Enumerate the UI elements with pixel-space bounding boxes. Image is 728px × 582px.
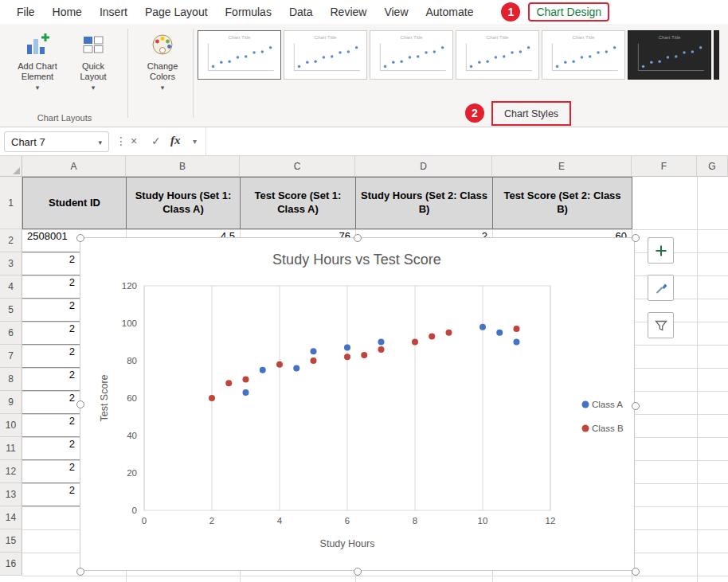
svg-text:Test Score: Test Score — [99, 374, 110, 421]
column-header-A[interactable]: A — [22, 156, 126, 177]
header-cell-B1: Study Hours (Set 1: Class A) — [126, 177, 241, 229]
row-header-3[interactable]: 3 — [0, 252, 22, 275]
excel-window: FileHomeInsertPage LayoutFormulasDataRev… — [0, 0, 728, 582]
svg-text:40: 40 — [127, 431, 137, 440]
row-header-4[interactable]: 4 — [0, 275, 22, 299]
chart-resize-handle-top-left[interactable] — [76, 234, 84, 242]
row-header-7[interactable]: 7 — [0, 345, 22, 368]
svg-text:60: 60 — [127, 393, 137, 403]
svg-text:120: 120 — [122, 281, 137, 291]
svg-text:8: 8 — [413, 516, 417, 525]
chart-filters-button[interactable] — [648, 312, 674, 338]
column-header-F[interactable]: F — [632, 156, 697, 177]
header-cell-A1: Student ID — [22, 177, 127, 229]
gridline-horizontal — [22, 576, 728, 576]
gridline-vertical — [697, 177, 698, 582]
header-cell-D1: Study Hours (Set 2: Class B) — [355, 177, 493, 229]
chart-elements-button[interactable] — [648, 237, 674, 264]
svg-text:Class A: Class A — [592, 400, 623, 409]
column-header-C[interactable]: C — [240, 156, 355, 177]
chart-resize-handle-top-mid[interactable] — [354, 234, 362, 242]
row-header-13[interactable]: 13 — [0, 483, 22, 506]
chart-resize-handle-bottom-left[interactable] — [76, 568, 84, 576]
svg-text:6: 6 — [345, 516, 350, 525]
row-header-10[interactable]: 10 — [0, 414, 22, 437]
svg-text:0: 0 — [142, 516, 147, 525]
chart-resize-handle-mid-left[interactable] — [76, 400, 84, 408]
row-header-5[interactable]: 5 — [0, 299, 22, 322]
svg-text:12: 12 — [546, 516, 556, 525]
chart-resize-handle-bottom-mid[interactable] — [354, 568, 362, 576]
brush-icon — [654, 281, 668, 295]
svg-text:2: 2 — [209, 516, 214, 525]
scatter-plot: 024681012020406080100120Study Hours vs T… — [80, 238, 636, 572]
header-cell-C1: Test Score (Set 1: Class A) — [240, 177, 356, 229]
column-header-D[interactable]: D — [355, 156, 492, 177]
row-header-11[interactable]: 11 — [0, 437, 22, 460]
funnel-icon — [654, 318, 668, 333]
column-header-E[interactable]: E — [492, 156, 632, 177]
svg-text:4: 4 — [277, 516, 283, 525]
cell-A13: 2 — [22, 483, 80, 506]
cell-A7: 2 — [22, 345, 80, 368]
row-header-8[interactable]: 8 — [0, 368, 22, 391]
cell-A8: 2 — [22, 368, 80, 391]
svg-text:10: 10 — [478, 516, 488, 525]
svg-text:80: 80 — [127, 356, 137, 365]
cell-A5: 2 — [22, 299, 80, 322]
row-header-15[interactable]: 15 — [0, 529, 22, 553]
chart-resize-handle-top-right[interactable] — [632, 234, 640, 242]
row-header-16[interactable]: 16 — [0, 553, 22, 576]
cell-A10: 2 — [22, 414, 80, 437]
svg-text:Study Hours vs Test Score: Study Hours vs Test Score — [272, 252, 441, 268]
chart-resize-handle-mid-right[interactable] — [632, 402, 640, 410]
cell-A4: 2 — [22, 275, 80, 299]
column-header-B[interactable]: B — [126, 156, 240, 177]
plus-icon — [654, 244, 668, 258]
svg-text:Class B: Class B — [592, 424, 624, 433]
svg-text:0: 0 — [132, 506, 137, 515]
select-all-corner[interactable] — [0, 156, 22, 177]
cell-A6: 2 — [22, 322, 80, 345]
row-header-9[interactable]: 9 — [0, 391, 22, 414]
row-header-6[interactable]: 6 — [0, 322, 22, 345]
row-header-1[interactable]: 1 — [0, 177, 22, 229]
svg-text:20: 20 — [127, 468, 137, 478]
cell-A11: 2 — [22, 437, 80, 460]
column-header-G[interactable]: G — [697, 156, 728, 177]
svg-text:100: 100 — [122, 318, 137, 328]
chart-styles-button[interactable] — [648, 275, 674, 301]
chart-resize-handle-bottom-right[interactable] — [632, 568, 640, 576]
selected-chart[interactable]: 024681012020406080100120Study Hours vs T… — [80, 237, 635, 571]
header-cell-E1: Test Score (Set 2: Class B) — [492, 177, 632, 229]
cell-A12: 2 — [22, 460, 80, 483]
cell-A9: 2 — [22, 391, 80, 414]
row-header-2[interactable]: 2 — [0, 229, 22, 252]
row-header-12[interactable]: 12 — [0, 460, 22, 483]
svg-text:Study Hours: Study Hours — [320, 538, 375, 549]
cell-A3: 2 — [22, 252, 80, 275]
row-header-14[interactable]: 14 — [0, 506, 22, 529]
